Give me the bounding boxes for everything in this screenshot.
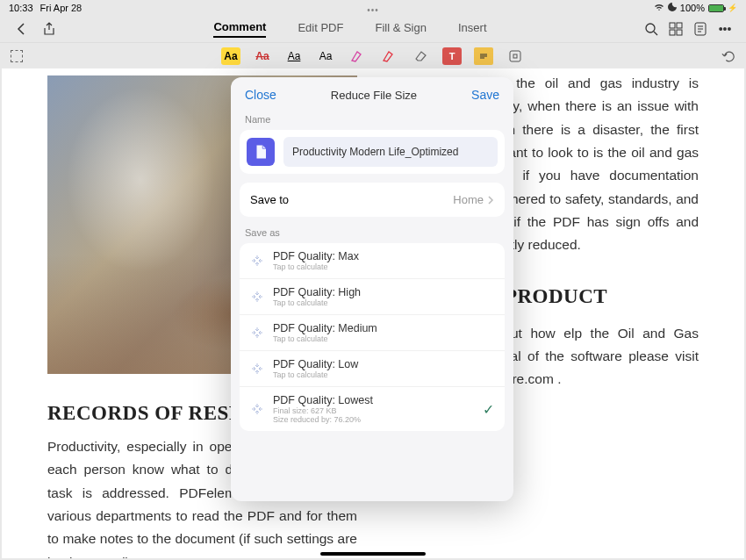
wifi-icon [654,3,664,13]
save-as-label: Save as [231,224,513,243]
handle-dots: ••• [367,5,379,15]
modal-save-button[interactable]: Save [471,88,499,102]
quality-title: PDF Quality: Medium [273,322,494,334]
compress-arrows-icon [250,362,264,376]
tab-insert[interactable]: Insert [458,21,487,37]
text-box-tool[interactable]: T [442,47,462,65]
charging-icon: ⚡ [728,4,737,12]
quality-subtitle: Final size: 627 KB Size reduced by: 76.2… [273,406,474,424]
marker-tool[interactable] [379,47,398,65]
status-time: 10:33 [9,3,33,13]
name-label: Name [231,111,513,130]
tab-fill-sign[interactable]: Fill & Sign [375,21,427,37]
quality-subtitle: Tap to calculate [273,262,494,271]
svg-rect-4 [677,30,682,35]
quality-subtitle: Tap to calculate [273,334,494,343]
quality-subtitle: Tap to calculate [273,370,494,379]
quality-option-4[interactable]: PDF Quality: LowestFinal size: 627 KB Si… [240,387,505,431]
check-icon: ✓ [483,401,494,418]
share-button[interactable] [42,22,56,36]
quality-title: PDF Quality: High [273,286,494,298]
select-area-tool[interactable] [11,50,23,62]
top-toolbar: Comment Edit PDF Fill & Sign Insert ••• [0,16,746,42]
compress-arrows-icon [250,290,264,304]
save-to-row[interactable]: Save to Home [240,183,505,217]
highlight-tool[interactable]: Aa [221,47,240,65]
battery-pct: 100% [680,3,705,13]
underline-tool[interactable]: Aa [284,47,304,65]
status-bar: 10:33 Fri Apr 28 ••• 100% ⚡ [0,0,746,16]
filename-input[interactable] [283,137,498,167]
modal-title: Reduce File Size [331,89,417,102]
eraser-tool[interactable] [411,47,430,65]
filename-card [240,130,505,174]
pdf-file-icon [247,138,275,166]
undo-button[interactable] [721,49,735,63]
svg-point-0 [646,24,655,32]
svg-rect-1 [670,23,675,28]
quality-title: PDF Quality: Lowest [273,394,474,406]
compress-arrows-icon [250,254,264,268]
tab-comment[interactable]: Comment [213,20,266,38]
quality-option-1[interactable]: PDF Quality: HighTap to calculate [240,279,505,315]
thumbnails-button[interactable] [669,22,683,36]
quality-list: PDF Quality: MaxTap to calculatePDF Qual… [240,243,505,431]
svg-rect-6 [510,51,520,61]
status-date: Fri Apr 28 [40,3,82,13]
stamp-tool[interactable] [506,47,525,65]
svg-rect-7 [513,54,517,58]
search-button[interactable] [644,22,658,36]
note-tool[interactable] [474,47,493,65]
strikethrough-tool[interactable]: Aa [253,47,272,65]
quality-title: PDF Quality: Low [273,358,494,370]
back-button[interactable] [14,22,28,36]
battery-icon [708,4,724,12]
modal-close-button[interactable]: Close [245,88,276,102]
moon-icon [668,3,677,13]
quality-title: PDF Quality: Max [273,250,494,262]
more-button[interactable]: ••• [718,22,732,36]
chevron-right-icon [487,195,494,205]
area-highlight-tool[interactable] [348,47,367,65]
reduce-file-size-modal: Close Reduce File Size Save Name Save to… [231,77,513,501]
svg-rect-2 [677,23,682,28]
annotation-toolbar: Aa Aa Aa Aa T [0,42,746,68]
save-to-label: Save to [250,193,289,206]
quality-option-3[interactable]: PDF Quality: LowTap to calculate [240,351,505,387]
compress-arrows-icon [250,402,264,416]
save-to-value: Home [453,193,484,206]
quality-subtitle: Tap to calculate [273,298,494,307]
compress-arrows-icon [250,326,264,340]
svg-rect-3 [670,30,675,35]
quality-option-2[interactable]: PDF Quality: MediumTap to calculate [240,315,505,351]
tab-edit-pdf[interactable]: Edit PDF [298,21,343,37]
squiggly-tool[interactable]: Aa [316,47,335,65]
quality-option-0[interactable]: PDF Quality: MaxTap to calculate [240,243,505,279]
page-button[interactable] [693,22,707,36]
home-indicator[interactable] [320,552,426,556]
